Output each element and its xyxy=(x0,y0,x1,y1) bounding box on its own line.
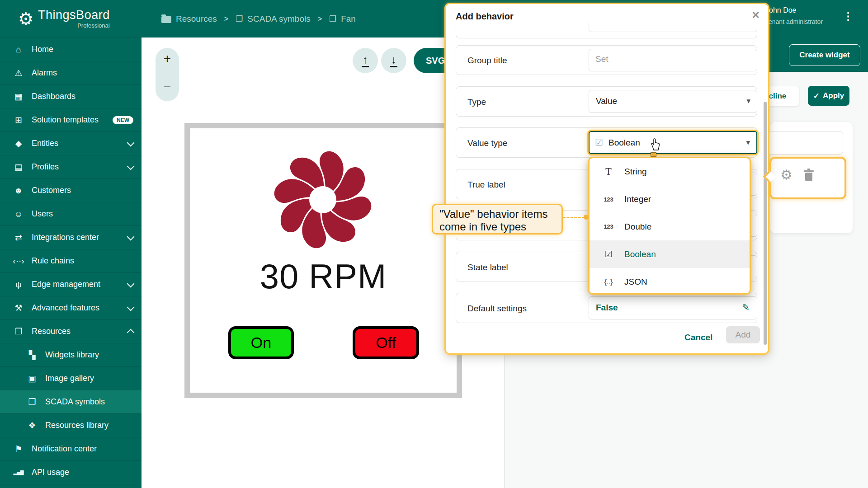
logo-title: ThingsBoard xyxy=(38,9,110,21)
upload-button[interactable]: ↑ xyxy=(353,48,378,73)
breadcrumb-scada-symbols[interactable]: SCADA symbols xyxy=(247,14,310,24)
sidebar-item-alarms[interactable]: ⚠Alarms xyxy=(0,61,142,84)
sidebar-item-api-usage[interactable]: ▂▅▇API usage xyxy=(0,460,142,484)
integer-type-icon: 123 xyxy=(601,196,616,203)
notification-icon: ⚑ xyxy=(12,444,25,454)
upload-icon: ↑ xyxy=(362,54,369,67)
chevron-down-icon xyxy=(127,233,135,240)
type-select[interactable]: Value ▾ xyxy=(589,90,757,113)
value-type-select[interactable]: ☑ Boolean ▾ xyxy=(589,131,757,154)
value-type-value: Boolean xyxy=(609,138,640,148)
sidebar-item-image-gallery[interactable]: ▣Image gallery xyxy=(0,366,142,390)
chevron-up-icon xyxy=(127,328,135,336)
fan-on-button[interactable]: On xyxy=(228,326,294,359)
download-button[interactable]: ↓ xyxy=(381,48,406,73)
sidebar-item-dashboards[interactable]: ▦Dashboards xyxy=(0,84,142,108)
users-icon: ☺ xyxy=(12,209,25,219)
sidebar-item-scada-symbols[interactable]: ❒SCADA symbols xyxy=(0,390,142,413)
double-type-icon: 123 xyxy=(601,223,616,230)
sidebar-item-resources-library[interactable]: ❖Resources library xyxy=(0,413,142,437)
default-settings-value-box[interactable]: False ✎ xyxy=(589,296,757,319)
default-settings-label: Default settings xyxy=(467,304,527,314)
group-title-input[interactable] xyxy=(594,54,732,65)
widgets-library-icon: ▚ xyxy=(25,350,39,360)
more-menu-icon[interactable]: ⋮ xyxy=(843,10,854,23)
sidebar: ⚙ ThingsBoard Professional ⌂Home ⚠Alarms… xyxy=(0,0,142,488)
image-gallery-icon: ▣ xyxy=(25,373,39,384)
clipped-row-control[interactable] xyxy=(589,23,757,32)
sidebar-item-advanced-features[interactable]: ⚒Advanced features xyxy=(0,296,142,319)
json-type-icon: {..} xyxy=(601,278,616,286)
advanced-features-icon: ⚒ xyxy=(12,303,25,313)
sidebar-item-rule-chains[interactable]: ‹··›Rule chains xyxy=(0,249,142,272)
checkbox-icon: ☑ xyxy=(595,137,603,148)
chevron-down-icon xyxy=(127,139,135,146)
thingsboard-app: ⚙ ThingsBoard Professional ⌂Home ⚠Alarms… xyxy=(0,0,868,488)
option-boolean[interactable]: ☑ Boolean xyxy=(590,240,750,268)
cancel-button[interactable]: Cancel xyxy=(684,333,712,343)
zoom-out-button[interactable]: − xyxy=(156,80,179,94)
profiles-icon: ▤ xyxy=(12,162,25,172)
sidebar-item-edge-management[interactable]: ψEdge management xyxy=(0,272,142,296)
sidebar-item-customers[interactable]: ☻Customers xyxy=(0,178,142,202)
api-usage-icon: ▂▅▇ xyxy=(12,470,25,475)
sidebar-item-white-labeling[interactable]: ⚐White labeling xyxy=(0,484,142,488)
chevron-down-icon xyxy=(127,162,135,170)
new-badge: NEW xyxy=(113,116,133,124)
option-string[interactable]: T String xyxy=(590,158,750,186)
sidebar-item-home[interactable]: ⌂Home xyxy=(0,38,142,61)
resources-folder-icon: ❐ xyxy=(12,326,25,337)
rpm-value: 30 RPM xyxy=(184,257,462,296)
default-settings-value: False xyxy=(596,303,618,313)
sidebar-nav: ⌂Home ⚠Alarms ▦Dashboards ⊞Solution temp… xyxy=(0,38,142,488)
annotation-connector-dot xyxy=(584,215,589,220)
entities-icon: ◆ xyxy=(12,138,25,149)
edit-pencil-icon[interactable]: ✎ xyxy=(742,302,750,313)
boolean-type-icon: ☑ xyxy=(601,249,616,259)
annotation-highlight-ring xyxy=(769,157,846,199)
sidebar-item-integrations-center[interactable]: ⇄Integrations center xyxy=(0,225,142,249)
option-double[interactable]: 123 Double xyxy=(590,213,750,241)
dialog-scrollbar[interactable] xyxy=(764,102,767,345)
user-name: John Doe xyxy=(765,6,797,14)
scada-symbols-icon: ❒ xyxy=(236,14,243,24)
option-json[interactable]: {..} JSON xyxy=(590,268,750,295)
sidebar-item-notification-center[interactable]: ⚑Notification center xyxy=(0,437,142,460)
close-icon[interactable]: ✕ xyxy=(752,9,760,21)
fan-symbol xyxy=(271,148,375,252)
breadcrumb: Resources > ❒ SCADA symbols > ❒ Fan xyxy=(161,0,356,38)
sidebar-item-profiles[interactable]: ▤Profiles xyxy=(0,155,142,178)
edge-management-icon: ψ xyxy=(12,280,25,290)
fan-off-button[interactable]: Off xyxy=(353,326,419,359)
solution-templates-icon: ⊞ xyxy=(12,115,25,125)
zoom-in-button[interactable]: + xyxy=(156,52,179,66)
group-title-input-box[interactable] xyxy=(589,49,757,71)
customers-icon: ☻ xyxy=(12,186,25,196)
annotation-line1: "Value" behavior items xyxy=(439,208,561,221)
user-role: Tenant administrator xyxy=(765,18,823,25)
sidebar-item-solution-templates[interactable]: ⊞Solution templatesNEW xyxy=(0,108,142,131)
breadcrumb-fan: Fan xyxy=(341,14,356,24)
logo-subtitle: Professional xyxy=(38,23,110,28)
breadcrumb-separator: > xyxy=(222,15,231,23)
breadcrumb-resources[interactable]: Resources xyxy=(176,14,217,24)
state-label-label: State label xyxy=(467,263,508,272)
create-widget-button[interactable]: Create widget xyxy=(789,44,860,66)
download-icon: ↓ xyxy=(390,54,397,67)
behavior-item-row[interactable] xyxy=(760,131,843,155)
sidebar-item-users[interactable]: ☺Users xyxy=(0,202,142,225)
alarms-icon: ⚠ xyxy=(12,68,25,78)
add-button[interactable]: Add xyxy=(726,326,760,343)
apply-button[interactable]: ✓ Apply xyxy=(808,86,849,106)
sidebar-item-entities[interactable]: ◆Entities xyxy=(0,131,142,155)
cursor-click-indicator xyxy=(651,152,656,157)
chevron-down-icon xyxy=(127,280,135,287)
sidebar-item-resources[interactable]: ❐Resources xyxy=(0,319,142,343)
chevron-down-icon xyxy=(127,303,135,311)
folder-icon xyxy=(161,16,171,23)
option-integer[interactable]: 123 Integer xyxy=(590,186,750,213)
logo[interactable]: ⚙ ThingsBoard Professional xyxy=(0,0,142,38)
integrations-icon: ⇄ xyxy=(12,232,25,243)
sidebar-item-widgets-library[interactable]: ▚Widgets library xyxy=(0,343,142,366)
true-label-label: True label xyxy=(467,180,505,190)
